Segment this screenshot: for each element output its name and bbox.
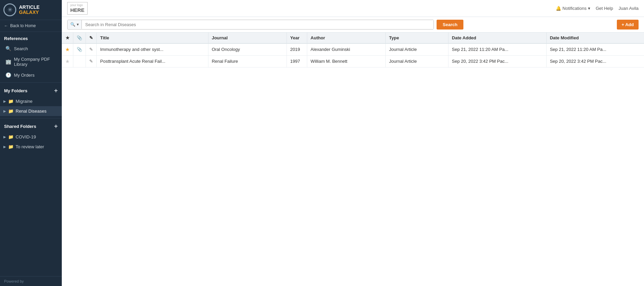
edit-cell[interactable]: ✎ [86, 55, 97, 67]
orders-icon: 🕐 [5, 72, 11, 78]
my-folders-label: My Folders [4, 88, 27, 93]
references-section-label: References [0, 32, 62, 43]
col-header-attachment: 📎 [73, 33, 86, 43]
col-header-type: Type [386, 33, 448, 43]
table-header-row: ★ 📎 ✎ Title Journal Year Author Type Dat… [62, 33, 644, 43]
folder-migraine[interactable]: ▶ 📁 Migraine [0, 96, 62, 106]
table-body: ★📎✎Immunotherapy and other syst...Oral O… [62, 43, 644, 68]
nav-orders-label: My Orders [14, 73, 35, 78]
date-added-cell: Sep 20, 2022 3:42 PM Pac... [448, 55, 547, 67]
client-logo: your logo HERE [67, 2, 88, 15]
sidebar: ✳ ARTICLE GALAXY ← Back to Home Referenc… [0, 0, 62, 286]
sidebar-logo: ✳ ARTICLE GALAXY [0, 0, 62, 20]
folder-to-review-label: To review later [16, 144, 44, 149]
logo-article: ARTICLE [19, 5, 40, 10]
bell-icon: 🔔 [556, 6, 561, 11]
search-filter-chevron-icon: ▾ [77, 22, 79, 27]
references-table: ★ 📎 ✎ Title Journal Year Author Type Dat… [62, 33, 644, 68]
shared-folders-label: Shared Folders [4, 124, 36, 129]
nav-orders[interactable]: 🕐 My Orders [0, 70, 62, 80]
attachment-cell[interactable]: 📎 [73, 43, 86, 56]
chevron-right-icon: ▶ [3, 145, 6, 149]
edit-icon: ✎ [89, 47, 93, 52]
folder-icon: 📁 [8, 109, 14, 114]
notifications-button[interactable]: 🔔 Notifications ▾ [556, 6, 590, 11]
topbar-right: 🔔 Notifications ▾ Get Help Juan Avila [556, 6, 639, 11]
logo-galaxy: GALAXY [19, 10, 40, 15]
search-bar: 🔍 ▾ Search + Add [62, 17, 644, 33]
folder-renal-diseases[interactable]: ▶ 📁 Renal Diseases [0, 106, 62, 116]
powered-by-label: Powered by [4, 279, 24, 283]
star-cell[interactable]: ★ [62, 55, 73, 67]
star-icon: ★ [65, 46, 70, 52]
col-header-star: ★ [62, 33, 73, 43]
notifications-chevron-icon: ▾ [588, 6, 590, 11]
sidebar-divider-1 [0, 82, 62, 83]
back-arrow-icon: ← [4, 23, 8, 28]
star-cell[interactable]: ★ [62, 43, 73, 56]
star-empty-icon: ★ [65, 58, 70, 64]
attachment-cell[interactable] [73, 55, 86, 67]
col-header-author: Author [307, 33, 385, 43]
year-cell: 2019 [287, 43, 307, 56]
folder-icon: 📁 [8, 99, 14, 104]
app-logo-text: ARTICLE GALAXY [19, 5, 40, 15]
app-logo-icon: ✳ [3, 3, 16, 16]
topbar: your logo HERE 🔔 Notifications ▾ Get Hel… [62, 0, 644, 17]
search-nav-icon: 🔍 [5, 46, 11, 51]
folder-renal-diseases-label: Renal Diseases [16, 109, 47, 114]
my-folders-header: My Folders + [0, 85, 62, 96]
year-cell: 1997 [287, 55, 307, 67]
table-row[interactable]: ★📎✎Immunotherapy and other syst...Oral O… [62, 43, 644, 56]
back-to-home-label: Back to Home [10, 23, 36, 28]
client-logo-here-text: HERE [70, 7, 85, 13]
search-button[interactable]: Search [437, 20, 463, 30]
title-cell: Immunotherapy and other syst... [97, 43, 208, 56]
chevron-right-icon: ▶ [3, 109, 6, 113]
client-logo-your-text: your logo [70, 3, 85, 7]
table-row[interactable]: ★✎Posttransplant Acute Renal Fail...Rena… [62, 55, 644, 67]
journal-cell: Renal Failure [208, 55, 287, 67]
nav-pdf-library-label: My Company PDF Library [14, 57, 58, 67]
user-label: Juan Avila [619, 6, 639, 11]
folder-covid19-label: COVID-19 [16, 134, 36, 139]
add-reference-button[interactable]: + Add [617, 20, 639, 30]
nav-pdf-library[interactable]: 🏢 My Company PDF Library [0, 54, 62, 70]
edit-cell[interactable]: ✎ [86, 43, 97, 56]
edit-icon: ✎ [89, 59, 93, 64]
folder-icon: 📁 [8, 144, 14, 149]
author-cell: Alexander Guminski [307, 43, 385, 56]
date-modified-cell: Sep 20, 2022 3:42 PM Pac... [546, 55, 644, 67]
paperclip-icon: 📎 [77, 47, 82, 52]
chevron-right-icon: ▶ [3, 99, 6, 103]
search-filter-button[interactable]: 🔍 ▾ [68, 20, 82, 29]
back-to-home-button[interactable]: ← Back to Home [0, 20, 62, 32]
col-header-title: Title [97, 33, 208, 43]
search-filter-icon: 🔍 [70, 22, 75, 27]
add-folder-button[interactable]: + [54, 88, 58, 94]
nav-search[interactable]: 🔍 Search [0, 43, 62, 54]
col-header-year: Year [287, 33, 307, 43]
references-table-container: ★ 📎 ✎ Title Journal Year Author Type Dat… [62, 33, 644, 286]
col-header-edit: ✎ [86, 33, 97, 43]
client-logo-box: your logo HERE [67, 2, 88, 15]
date-added-cell: Sep 21, 2022 11:20 AM Pa... [448, 43, 547, 56]
add-shared-folder-button[interactable]: + [54, 123, 58, 129]
nav-search-label: Search [14, 46, 28, 51]
type-cell: Journal Article [386, 55, 448, 67]
title-cell: Posttransplant Acute Renal Fail... [97, 55, 208, 67]
col-header-date-added: Date Added [448, 33, 547, 43]
col-header-date-modified: Date Modified [546, 33, 644, 43]
user-menu-button[interactable]: Juan Avila [619, 6, 639, 11]
main-content: your logo HERE 🔔 Notifications ▾ Get Hel… [62, 0, 644, 286]
notifications-label: Notifications [563, 6, 587, 11]
pdf-library-icon: 🏢 [5, 59, 11, 64]
sidebar-footer: Powered by [0, 276, 62, 286]
folder-covid19[interactable]: ▶ 📁 COVID-19 [0, 132, 62, 142]
folder-icon: 📁 [8, 134, 14, 139]
type-cell: Journal Article [386, 43, 448, 56]
sidebar-divider-2 [0, 118, 62, 118]
search-input[interactable] [82, 20, 434, 29]
get-help-button[interactable]: Get Help [596, 6, 613, 11]
folder-to-review-later[interactable]: ▶ 📁 To review later [0, 142, 62, 152]
